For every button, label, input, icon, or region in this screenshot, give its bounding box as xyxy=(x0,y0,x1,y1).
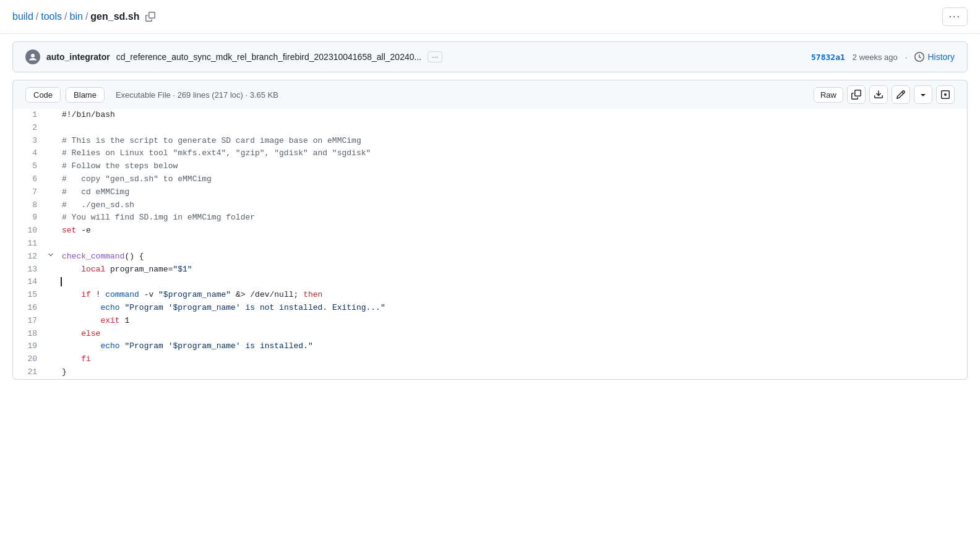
line-number[interactable]: 2 xyxy=(13,122,47,135)
line-expand xyxy=(47,315,59,328)
breadcrumb-build[interactable]: build xyxy=(12,11,33,22)
line-expand xyxy=(47,147,59,160)
line-number[interactable]: 13 xyxy=(13,263,47,276)
edit-button[interactable] xyxy=(892,85,910,104)
table-row: 17 exit 1 xyxy=(13,315,967,328)
line-number[interactable]: 21 xyxy=(13,366,47,379)
more-options-button[interactable]: ··· xyxy=(942,7,968,26)
line-expand xyxy=(47,328,59,341)
top-bar: build / tools / bin / gen_sd.sh ··· xyxy=(0,0,980,34)
breadcrumb: build / tools / bin / gen_sd.sh xyxy=(12,11,155,22)
line-expand xyxy=(47,160,59,173)
history-button[interactable]: History xyxy=(914,52,955,62)
commit-hash[interactable]: 57832a1 xyxy=(811,53,845,62)
file-header-right: Raw xyxy=(814,85,955,104)
line-code: exit 1 xyxy=(59,315,967,328)
line-expand xyxy=(47,173,59,186)
table-row: 7 # cd eMMCimg xyxy=(13,186,967,199)
line-code: } xyxy=(59,366,967,379)
line-expand xyxy=(47,109,59,122)
line-number[interactable]: 19 xyxy=(13,340,47,353)
table-row: 14 xyxy=(13,276,967,289)
line-code: echo "Program '$program_name' is not ins… xyxy=(59,302,967,315)
line-code: # You will find SD.img in eMMCimg folder xyxy=(59,211,967,224)
line-code: check_command() { xyxy=(59,250,967,263)
table-row: 5 # Follow the steps below xyxy=(13,160,967,173)
line-expand xyxy=(47,224,59,237)
raw-button[interactable]: Raw xyxy=(814,87,843,103)
svg-point-1 xyxy=(31,54,35,58)
line-expand xyxy=(47,237,59,250)
breadcrumb-current: gen_sd.sh xyxy=(90,11,139,22)
line-expand xyxy=(47,366,59,379)
code-table: 1 #!/bin/bash 2 3 # This is the script t… xyxy=(13,109,967,379)
line-number[interactable]: 6 xyxy=(13,173,47,186)
line-expand xyxy=(47,289,59,302)
line-number[interactable]: 14 xyxy=(13,276,47,289)
line-number[interactable]: 12 xyxy=(13,250,47,263)
line-expand xyxy=(47,135,59,148)
line-number[interactable]: 4 xyxy=(13,147,47,160)
line-number[interactable]: 20 xyxy=(13,353,47,366)
line-number[interactable]: 8 xyxy=(13,199,47,212)
table-row: 10 set -e xyxy=(13,224,967,237)
line-number[interactable]: 3 xyxy=(13,135,47,148)
file-header: Code Blame Executable File · 269 lines (… xyxy=(12,80,968,109)
line-code: # ./gen_sd.sh xyxy=(59,199,967,212)
symbols-button[interactable] xyxy=(936,85,955,104)
line-number[interactable]: 16 xyxy=(13,302,47,315)
line-code xyxy=(59,276,967,289)
table-row: 8 # ./gen_sd.sh xyxy=(13,199,967,212)
table-row: 4 # Relies on Linux tool "mkfs.ext4", "g… xyxy=(13,147,967,160)
sep-1: / xyxy=(36,11,38,22)
table-row: 13 local program_name="$1" xyxy=(13,263,967,276)
table-row: 21 } xyxy=(13,366,967,379)
copy-path-icon[interactable] xyxy=(145,12,155,22)
code-wrapper: 1 #!/bin/bash 2 3 # This is the script t… xyxy=(12,109,968,380)
table-row: 20 fi xyxy=(13,353,967,366)
line-number[interactable]: 1 xyxy=(13,109,47,122)
table-row: 11 xyxy=(13,237,967,250)
commit-bar: auto_integrator cd_reference_auto_sync_m… xyxy=(12,41,968,72)
line-number[interactable]: 17 xyxy=(13,315,47,328)
file-header-left: Code Blame Executable File · 269 lines (… xyxy=(25,87,278,103)
line-code: # Relies on Linux tool "mkfs.ext4", "gzi… xyxy=(59,147,967,160)
line-code: #!/bin/bash xyxy=(59,109,967,122)
commit-right: 57832a1 2 weeks ago · History xyxy=(811,52,955,62)
line-number[interactable]: 5 xyxy=(13,160,47,173)
line-code: if ! command -v "$program_name" &> /dev/… xyxy=(59,289,967,302)
line-expand xyxy=(47,353,59,366)
avatar xyxy=(25,49,40,64)
line-code: echo "Program '$program_name' is install… xyxy=(59,340,967,353)
line-expand[interactable] xyxy=(47,250,59,263)
line-number[interactable]: 7 xyxy=(13,186,47,199)
line-code xyxy=(59,237,967,250)
breadcrumb-bin[interactable]: bin xyxy=(70,11,83,22)
line-number[interactable]: 9 xyxy=(13,211,47,224)
line-expand xyxy=(47,186,59,199)
commit-expand-button[interactable]: ··· xyxy=(428,51,442,62)
copy-button[interactable] xyxy=(847,85,866,104)
line-expand xyxy=(47,122,59,135)
line-code: # copy "gen_sd.sh" to eMMCimg xyxy=(59,173,967,186)
line-code: fi xyxy=(59,353,967,366)
line-code: # This is the script to generate SD card… xyxy=(59,135,967,148)
code-tab[interactable]: Code xyxy=(25,87,61,103)
download-button[interactable] xyxy=(869,85,888,104)
line-code: set -e xyxy=(59,224,967,237)
line-number[interactable]: 10 xyxy=(13,224,47,237)
table-row: 9 # You will find SD.img in eMMCimg fold… xyxy=(13,211,967,224)
line-expand xyxy=(47,199,59,212)
line-expand xyxy=(47,263,59,276)
file-meta: Executable File · 269 lines (217 loc) · … xyxy=(116,90,278,100)
line-number[interactable]: 18 xyxy=(13,328,47,341)
breadcrumb-tools[interactable]: tools xyxy=(41,11,62,22)
commit-author: auto_integrator xyxy=(46,52,110,62)
line-number[interactable]: 15 xyxy=(13,289,47,302)
more-file-options-button[interactable] xyxy=(914,85,932,104)
line-number[interactable]: 11 xyxy=(13,237,47,250)
line-code: else xyxy=(59,328,967,341)
table-row: 1 #!/bin/bash xyxy=(13,109,967,122)
commit-time: 2 weeks ago xyxy=(853,53,898,62)
blame-tab[interactable]: Blame xyxy=(66,87,105,103)
